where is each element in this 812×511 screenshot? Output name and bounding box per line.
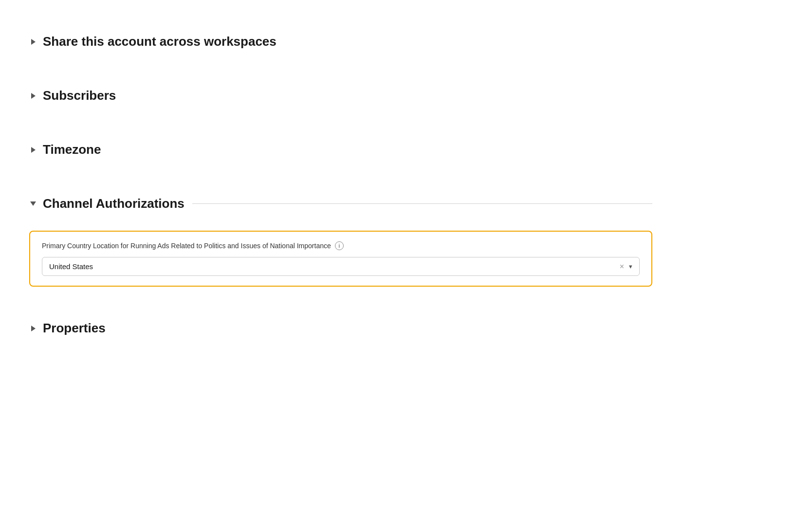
country-card-label: Primary Country Location for Running Ads… [42,241,640,250]
properties-header[interactable]: Properties [29,316,652,341]
clear-selection-icon[interactable]: × [620,263,624,271]
channel-auth-chevron-icon [29,200,37,208]
subscribers-title: Subscribers [43,88,116,103]
section-properties: Properties [29,316,652,341]
country-location-card: Primary Country Location for Running Ads… [29,231,652,287]
page-container: Share this account across workspaces Sub… [0,0,682,399]
share-account-title: Share this account across workspaces [43,34,277,49]
subscribers-chevron-icon [29,92,37,100]
section-channel-authorizations: Channel Authorizations Primary Country L… [29,191,652,287]
timezone-title: Timezone [43,142,101,157]
dropdown-chevron-icon[interactable]: ▾ [629,263,632,270]
section-timezone: Timezone [29,137,652,162]
channel-auth-header[interactable]: Channel Authorizations [29,191,185,216]
select-controls: × ▾ [620,263,632,271]
info-icon[interactable]: i [335,241,344,250]
properties-chevron-icon [29,325,37,332]
section-share-account: Share this account across workspaces [29,29,652,54]
share-account-header[interactable]: Share this account across workspaces [29,29,652,54]
channel-auth-divider-line [192,203,652,204]
channel-auth-content: Primary Country Location for Running Ads… [29,231,652,287]
timezone-header[interactable]: Timezone [29,137,652,162]
section-subscribers: Subscribers [29,83,652,108]
country-select[interactable]: United States × ▾ [42,257,640,276]
channel-auth-divider-row: Channel Authorizations [29,191,652,216]
country-card-label-text: Primary Country Location for Running Ads… [42,242,331,250]
share-account-chevron-icon [29,38,37,46]
channel-auth-title: Channel Authorizations [43,196,185,211]
country-selected-value: United States [49,262,93,271]
properties-title: Properties [43,321,106,336]
subscribers-header[interactable]: Subscribers [29,83,652,108]
timezone-chevron-icon [29,146,37,154]
